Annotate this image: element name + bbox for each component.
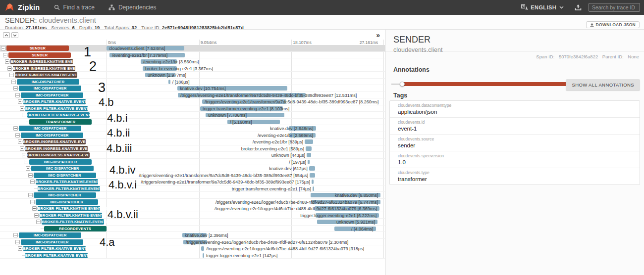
tag-row[interactable]: cloudevents.typetransformer (390, 168, 640, 184)
tag-row[interactable]: cloudevents.sourcesender (390, 135, 640, 151)
service-label[interactable]: BROKER-FILTER.KNATIVE-EVENTING (40, 213, 102, 218)
nav-find-a-trace[interactable]: Find a trace (54, 4, 95, 11)
trace-span-row[interactable]: BROKER-INGRESS.KNATIVE-EVENTINGbroker:br… (0, 65, 385, 72)
trace-span-row[interactable]: BROKER-FILTER.KNATIVE-EVENTINGtrigger:lo… (0, 212, 385, 219)
service-label[interactable]: IMC-DISPATCHER (21, 239, 83, 245)
search-by-trace-id-input[interactable] (589, 3, 640, 12)
service-label[interactable]: IMC-DISPATCHER (19, 86, 81, 91)
trace-span-row[interactable]: IMC-DISPATCHERknative.dev [2.396ms] (0, 232, 385, 239)
span-bar[interactable] (307, 153, 311, 157)
trace-span-row[interactable]: BROKER-FILTER.KNATIVE-EVENTING/triggers/… (0, 245, 385, 252)
nav-dependencies[interactable]: Dependencies (108, 4, 157, 11)
service-label[interactable]: BROKER-FILTER.KNATIVE-EVENTING (38, 186, 100, 191)
collapse-span-icon[interactable] (3, 53, 7, 57)
collapse-span-icon[interactable] (36, 220, 41, 224)
collapse-span-icon[interactable] (15, 133, 20, 138)
service-label[interactable]: BROKER-FILTER.KNATIVE-EVENTING (23, 99, 86, 104)
span-bar[interactable] (309, 166, 316, 171)
trace-span-row[interactable]: IMC-DISPATCHERknative.dev [6.850ms] (0, 192, 385, 199)
trace-span-row[interactable]: BROKER-INGRESS.KNATIVE-EVENTINGunknown [… (0, 152, 385, 159)
span-bar[interactable] (310, 173, 315, 178)
service-label[interactable]: IMC-DISPATCHER (21, 92, 83, 98)
tag-row[interactable]: cloudevents.specversion1.0 (390, 151, 640, 168)
collapse-span-icon[interactable] (26, 166, 30, 171)
collapse-span-icon[interactable] (22, 153, 26, 157)
trace-span-row[interactable]: BROKER-FILTER.KNATIVE-EVENTINGtrigger:lo… (0, 252, 385, 259)
service-label[interactable]: BROKER-INGRESS.KNATIVE-EVENTING (10, 59, 73, 64)
trace-span-row[interactable]: RECORDEVENTS/ [4.064ms] (0, 226, 385, 232)
trace-span-row[interactable]: BROKER-FILTER.KNATIVE-EVENTING/triggers/… (0, 205, 385, 212)
collapse-span-icon[interactable] (5, 59, 9, 64)
service-label[interactable]: BROKER-FILTER.KNATIVE-EVENTING (25, 253, 88, 258)
trace-span-row[interactable]: TRANSFORMER/ [5.160ms] (0, 119, 385, 126)
collapse-span-icon[interactable] (18, 139, 22, 144)
collapse-span-icon[interactable] (20, 106, 24, 111)
service-label[interactable]: SENDER (8, 52, 71, 58)
collapse-span-icon[interactable] (7, 66, 12, 71)
trace-span-row[interactable]: BROKER-INGRESS.KNATIVE-EVENTINGunknown [… (0, 72, 385, 79)
collapse-span-icon[interactable] (9, 73, 14, 77)
service-label[interactable]: IMC-DISPATCHER (21, 133, 83, 138)
trace-span-row[interactable]: IMC-DISPATCHERknative.dev [2.648ms] (0, 125, 385, 132)
collapse-span-icon[interactable] (13, 233, 18, 237)
service-label[interactable]: BROKER-FILTER.KNATIVE-EVENTING (38, 206, 100, 211)
language-selector[interactable]: ENGLISH (518, 4, 567, 10)
service-label[interactable]: IMC-DISPATCHER (29, 159, 92, 165)
collapse-span-icon[interactable] (11, 80, 16, 84)
collapse-span-icon[interactable] (34, 213, 39, 218)
service-label[interactable]: BROKER-INGRESS.KNATIVE-EVENTING (13, 66, 75, 71)
service-label[interactable]: BROKER-FILTER.KNATIVE-EVENTING (25, 106, 88, 111)
trace-span-row[interactable]: SENDER/eventing-e2e1/br [7.379ms] (0, 52, 385, 59)
collapse-all-button[interactable] (3, 32, 10, 38)
collapse-span-icon[interactable] (28, 193, 33, 197)
trace-span-row[interactable]: IMC-DISPATCHER/ [197µs] (0, 159, 385, 166)
span-bar[interactable] (203, 253, 204, 258)
span-bar[interactable] (168, 80, 170, 84)
span-bar[interactable] (312, 180, 314, 184)
trace-span-row[interactable]: BROKER-FILTER.KNATIVE-EVENTINGtrigger:tr… (0, 105, 385, 112)
service-label[interactable]: IMC-DISPATCHER (19, 126, 81, 131)
trace-span-row[interactable]: BROKER-FILTER.KNATIVE-EVENTINGtrigger:tr… (0, 185, 385, 192)
service-label[interactable]: IMC-DISPATCHER (36, 199, 98, 205)
download-json-button[interactable]: DOWNLOAD JSON (586, 21, 640, 28)
upload-trace-button[interactable] (575, 4, 582, 11)
trace-span-row[interactable]: BROKER-INGRESS.KNATIVE-EVENTINGbroker:br… (0, 145, 385, 152)
collapse-span-icon[interactable] (22, 113, 26, 117)
trace-span-row[interactable]: BROKER-FILTER.KNATIVE-EVENTINGunknown [5… (0, 219, 385, 226)
trace-span-row[interactable]: SENDERcloudevents.client [7.624ms] (0, 45, 385, 52)
expand-all-button[interactable] (11, 32, 18, 38)
span-bar[interactable] (313, 186, 314, 191)
trace-span-row[interactable]: IMC-DISPATCHER/triggers/eventing-e2e1/lo… (0, 239, 385, 246)
trace-span-row[interactable]: IMC-DISPATCHERknative.dev [612µs] (0, 165, 385, 172)
tag-row[interactable]: cloudevents.idevent-1 (390, 118, 640, 135)
span-bar[interactable] (201, 246, 205, 251)
span-bar[interactable] (306, 146, 312, 151)
collapse-span-icon[interactable] (13, 126, 18, 131)
double-chevron-icon[interactable]: » (376, 31, 380, 39)
service-label[interactable]: RECORDEVENTS (44, 226, 107, 231)
collapse-span-icon[interactable] (18, 99, 22, 104)
service-label[interactable]: BROKER-INGRESS.KNATIVE-EVENTING (23, 139, 86, 144)
trace-span-row[interactable]: BROKER-INGRESS.KNATIVE-EVENTING/eventing… (0, 138, 385, 145)
collapse-span-icon[interactable] (28, 173, 33, 178)
service-label[interactable]: IMC-DISPATCHER (34, 192, 96, 198)
collapse-span-icon[interactable] (20, 146, 24, 151)
trace-span-row[interactable]: IMC-DISPATCHERknative.dev [10.754ms] (0, 85, 385, 92)
service-label[interactable]: BROKER-INGRESS.KNATIVE-EVENTING (25, 146, 88, 151)
trace-span-row[interactable]: IMC-DISPATCHER/triggers/eventing-e2e1/tr… (0, 172, 385, 179)
collapse-span-icon[interactable] (30, 180, 35, 184)
trace-span-row[interactable]: IMC-DISPATCHER/eventing-e2e1/br [2.569ms… (0, 132, 385, 139)
trace-span-row[interactable]: BROKER-FILTER.KNATIVE-EVENTING/triggers/… (0, 179, 385, 185)
tag-row[interactable]: cloudevents.datacontenttypeapplication/j… (390, 101, 640, 118)
service-label[interactable]: BROKER-FILTER.KNATIVE-EVENTING (23, 246, 86, 251)
trace-span-row[interactable]: IMC-DISPATCHER/triggers/eventing-e2e1/lo… (0, 199, 385, 206)
service-label[interactable]: BROKER-FILTER.KNATIVE-EVENTING (36, 179, 98, 184)
collapse-span-icon[interactable] (32, 206, 37, 211)
trace-span-row[interactable]: IMC-DISPATCHER/ [186µs] (0, 79, 385, 86)
collapse-span-icon[interactable] (24, 160, 28, 164)
trace-span-row[interactable]: BROKER-INGRESS.KNATIVE-EVENTING/eventing… (0, 58, 385, 65)
trace-span-row[interactable]: BROKER-FILTER.KNATIVE-EVENTINGunknown [7… (0, 112, 385, 119)
service-label[interactable]: BROKER-INGRESS.KNATIVE-EVENTING (15, 72, 77, 78)
span-bar[interactable] (305, 139, 313, 144)
collapse-span-icon[interactable] (15, 240, 20, 244)
